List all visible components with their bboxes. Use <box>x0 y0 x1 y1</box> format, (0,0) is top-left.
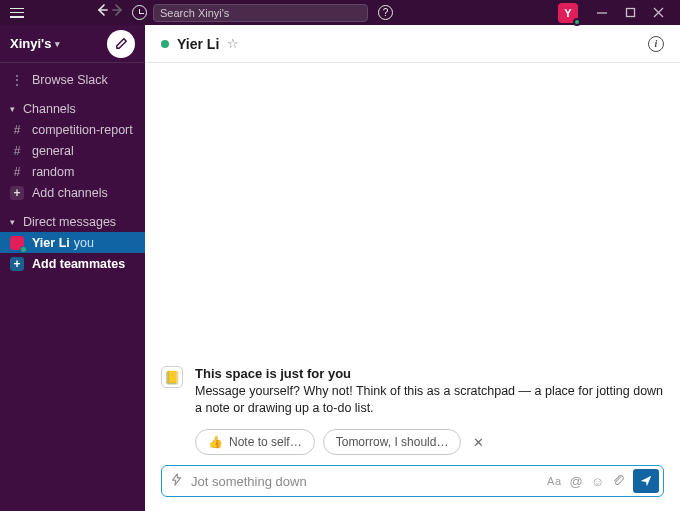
attach-icon[interactable] <box>612 473 625 490</box>
message-composer[interactable]: Aa @ ☺ <box>161 465 664 497</box>
search-text: Search Xinyi's <box>160 7 229 19</box>
hash-icon: # <box>10 144 24 158</box>
plus-icon: + <box>10 186 24 200</box>
sidebar: Xinyi's▾ ⋮ Browse Slack ▾ Channels # com… <box>0 25 145 511</box>
workspace-header[interactable]: Xinyi's▾ <box>0 25 145 63</box>
suggestion-pill-tomorrow[interactable]: Tomorrow, I should… <box>323 429 462 455</box>
dm-item-self[interactable]: Yier Liyou <box>0 232 145 253</box>
channel-label: competition-report <box>32 123 133 137</box>
caret-down-icon: ▾ <box>10 217 15 227</box>
intro-block: 📒 This space is just for you Message you… <box>161 366 664 417</box>
channel-item-general[interactable]: # general <box>0 140 145 161</box>
channel-body: 📒 This space is just for you Message you… <box>145 63 680 465</box>
shortcuts-icon[interactable] <box>170 473 183 489</box>
help-icon[interactable]: ? <box>378 5 393 20</box>
add-teammates-item[interactable]: + Add teammates <box>0 253 145 274</box>
dm-header[interactable]: ▾ Direct messages <box>0 211 145 232</box>
format-icon[interactable]: Aa <box>547 475 561 487</box>
channel-label: random <box>32 165 74 179</box>
channels-header[interactable]: ▾ Channels <box>0 98 145 119</box>
intro-text: Message yourself? Why not! Think of this… <box>195 383 664 417</box>
window-close-button[interactable] <box>644 0 672 25</box>
channel-label: general <box>32 144 74 158</box>
emoji-icon[interactable]: ☺ <box>591 474 604 489</box>
search-input[interactable]: Search Xinyi's <box>153 4 368 22</box>
suggestion-pill-note[interactable]: 👍 Note to self… <box>195 429 315 455</box>
user-initial: Y <box>564 7 571 19</box>
details-icon[interactable]: i <box>648 36 664 52</box>
browse-label: Browse Slack <box>32 73 108 87</box>
nav-back-icon[interactable] <box>94 2 110 23</box>
star-icon[interactable]: ☆ <box>227 36 239 51</box>
thumbs-up-icon: 👍 <box>208 435 223 449</box>
history-icon[interactable] <box>132 5 147 20</box>
caret-down-icon: ▾ <box>10 104 15 114</box>
channel-header: Yier Li ☆ i <box>145 25 680 63</box>
more-icon: ⋮ <box>10 73 24 87</box>
window-maximize-button[interactable] <box>616 0 644 25</box>
channel-title[interactable]: Yier Li <box>177 36 219 52</box>
hash-icon: # <box>10 123 24 137</box>
workspace-name: Xinyi's <box>10 36 51 51</box>
dismiss-suggestions-icon[interactable]: ✕ <box>473 435 484 450</box>
dm-avatar-icon <box>10 236 24 250</box>
mention-icon[interactable]: @ <box>570 474 583 489</box>
hamburger-menu-icon[interactable] <box>10 8 24 18</box>
notebook-icon: 📒 <box>161 366 183 388</box>
svg-rect-3 <box>626 9 634 17</box>
user-avatar[interactable]: Y <box>558 3 578 23</box>
add-teammates-label: Add teammates <box>32 257 125 271</box>
titlebar: Search Xinyi's ? Y <box>0 0 680 25</box>
browse-slack-item[interactable]: ⋮ Browse Slack <box>0 69 145 90</box>
add-channels-item[interactable]: + Add channels <box>0 182 145 203</box>
dm-header-label: Direct messages <box>23 215 116 229</box>
chevron-down-icon: ▾ <box>55 39 60 49</box>
presence-dot-icon <box>573 18 581 26</box>
window-minimize-button[interactable] <box>588 0 616 25</box>
channel-item-competition-report[interactable]: # competition-report <box>0 119 145 140</box>
compose-button[interactable] <box>107 30 135 58</box>
presence-dot-icon <box>20 246 27 253</box>
presence-dot-icon <box>161 40 169 48</box>
hash-icon: # <box>10 165 24 179</box>
intro-title: This space is just for you <box>195 366 664 381</box>
pill-label: Tomorrow, I should… <box>336 435 449 449</box>
add-channels-label: Add channels <box>32 186 108 200</box>
message-input[interactable] <box>191 474 539 489</box>
nav-forward-icon[interactable] <box>110 2 126 23</box>
dm-name: Yier Liyou <box>32 236 94 250</box>
send-button[interactable] <box>633 469 659 493</box>
suggestion-pills: 👍 Note to self… Tomorrow, I should… ✕ <box>195 429 664 455</box>
pill-label: Note to self… <box>229 435 302 449</box>
plus-icon: + <box>10 257 24 271</box>
content: Yier Li ☆ i 📒 This space is just for you… <box>145 25 680 511</box>
channels-header-label: Channels <box>23 102 76 116</box>
channel-item-random[interactable]: # random <box>0 161 145 182</box>
